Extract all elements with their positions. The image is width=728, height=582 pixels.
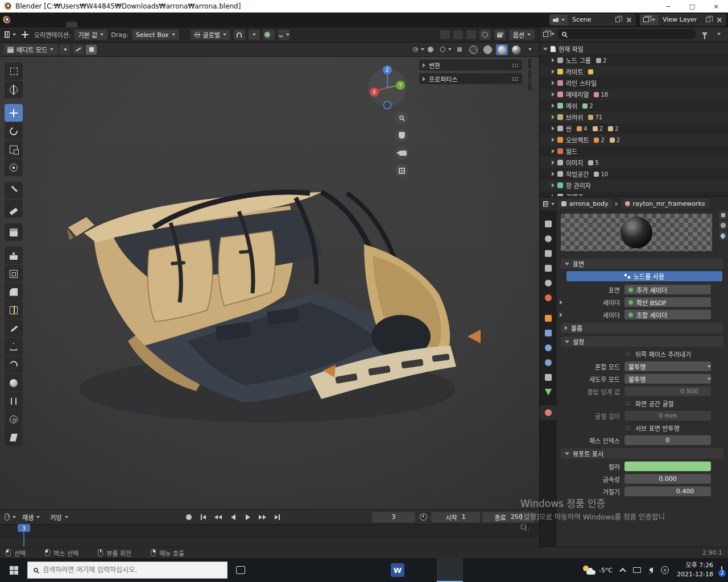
next-keyframe-button[interactable]: [257, 512, 269, 522]
surface-shader-dropdown[interactable]: 추가 세이더: [624, 285, 711, 294]
shader1-dropdown[interactable]: 확산 BSDF: [624, 297, 711, 307]
outliner-filter-icon[interactable]: [699, 29, 710, 39]
navigation-gizmo[interactable]: Z Y X: [367, 63, 408, 114]
properties-tab[interactable]: [540, 405, 557, 420]
expand-arrow-icon[interactable]: [552, 103, 555, 108]
workspace-tab[interactable]: [100, 22, 111, 27]
weather-widget[interactable]: -5°C: [583, 566, 613, 575]
workspace-tab[interactable]: [157, 22, 168, 27]
outliner-item[interactable]: 노드 그룹 2: [540, 55, 728, 66]
timeline-menu-dropdown[interactable]: 키잉: [46, 512, 72, 522]
collapse-arrow-icon[interactable]: [543, 48, 548, 51]
outliner-item[interactable]: 카메라: [540, 191, 728, 196]
taskbar-app[interactable]: [306, 558, 332, 582]
expand-arrow-icon[interactable]: [552, 172, 555, 176]
use-preview-range-icon[interactable]: [417, 512, 429, 522]
unlink-scene-button[interactable]: [623, 15, 635, 25]
orientation-dropdown[interactable]: 기본 값: [74, 30, 107, 40]
mirror-axis-toggle[interactable]: [440, 30, 450, 39]
viewport-pan-button[interactable]: [395, 128, 408, 142]
timeline-menu-dropdown[interactable]: 재생: [18, 512, 44, 522]
workspace-tab[interactable]: [123, 22, 134, 27]
jump-to-start-button[interactable]: [197, 512, 210, 522]
search-input[interactable]: [43, 566, 202, 574]
workspace-tab[interactable]: [89, 22, 100, 27]
outliner-item[interactable]: 매테리얼 18: [540, 89, 728, 100]
properties-tab[interactable]: [540, 290, 557, 305]
collapsed-panel[interactable]: 변환: [419, 60, 522, 70]
edge-select-button[interactable]: [73, 45, 84, 55]
scene-icon[interactable]: [550, 15, 568, 25]
properties-tab[interactable]: [540, 340, 557, 355]
properties-tab[interactable]: [540, 326, 557, 340]
proportional-falloff-dropdown[interactable]: [278, 30, 289, 40]
outliner-item[interactable]: 창 관리자: [540, 180, 728, 191]
task-view-button[interactable]: [228, 558, 254, 582]
roughness-slider[interactable]: 0.400: [624, 487, 711, 496]
properties-tab[interactable]: [540, 246, 557, 261]
settings-section-header[interactable]: 설정: [561, 336, 723, 347]
taskbar-app[interactable]: [332, 558, 358, 582]
frame-start-field[interactable]: 시작1: [431, 512, 480, 522]
workspace-tab[interactable]: [146, 22, 157, 27]
refraction-depth-field[interactable]: 0 mm: [624, 411, 711, 421]
tool-button[interactable]: [5, 265, 23, 282]
options-dropdown[interactable]: 옵션: [509, 30, 535, 40]
tool-button[interactable]: [5, 140, 23, 158]
sidebar-tab[interactable]: [528, 59, 531, 68]
overlays-dropdown[interactable]: [440, 44, 452, 55]
previous-keyframe-button[interactable]: [212, 512, 225, 522]
preview-resize-handle[interactable]: [561, 251, 723, 255]
outliner-item[interactable]: 월드: [540, 146, 728, 157]
expand-arrow-icon[interactable]: [552, 115, 555, 119]
current-frame-field[interactable]: 3: [372, 512, 415, 522]
volume-section-header[interactable]: 볼륨: [561, 323, 723, 333]
expand-arrow-icon[interactable]: [552, 92, 555, 97]
editor-type-icon[interactable]: [5, 30, 16, 40]
auto-keying-button[interactable]: [183, 512, 195, 522]
outliner-item[interactable]: 브러쉬 71: [540, 111, 728, 123]
car-model-3d[interactable]: [0, 57, 539, 509]
snap-settings-dropdown[interactable]: [249, 30, 260, 40]
screen-space-refraction-checkbox[interactable]: [624, 400, 631, 407]
shading-solid-button[interactable]: [482, 44, 494, 55]
start-button[interactable]: [0, 558, 27, 582]
tool-button[interactable]: [5, 338, 23, 355]
shader2-dropdown[interactable]: 조합 세이더: [624, 310, 711, 319]
workspace-tab[interactable]: [111, 22, 123, 27]
tool-button[interactable]: [5, 159, 23, 176]
tool-button[interactable]: [5, 283, 23, 301]
tool-button[interactable]: [5, 223, 23, 241]
shading-material-button[interactable]: [496, 44, 508, 55]
mirror-axis-toggle[interactable]: [466, 30, 476, 39]
tray-expand-icon[interactable]: [619, 568, 626, 574]
pass-index-field[interactable]: 0: [624, 435, 711, 445]
metallic-slider[interactable]: 0.000: [624, 474, 711, 484]
panel-grip-icon[interactable]: [512, 77, 519, 81]
sidebar-tab[interactable]: [528, 70, 531, 79]
minimize-button[interactable]: ─: [656, 0, 680, 13]
properties-tab[interactable]: [540, 261, 557, 276]
play-reverse-button[interactable]: [227, 512, 239, 522]
view-layer-name[interactable]: View Layer: [658, 16, 702, 23]
backface-culling-checkbox[interactable]: [624, 351, 631, 357]
taskbar-app[interactable]: [280, 558, 306, 582]
expand-arrow-icon[interactable]: [552, 183, 555, 188]
display-icon[interactable]: [633, 567, 641, 573]
close-button[interactable]: ×: [704, 0, 728, 13]
properties-tab[interactable]: [540, 370, 557, 385]
workspace-tab[interactable]: [77, 22, 89, 27]
outliner-item[interactable]: 라인 스타일: [540, 77, 728, 89]
outliner-item[interactable]: 오브젝트 2 2: [540, 134, 728, 146]
breadcrumb-material[interactable]: rayton_mr_frameworks: [621, 199, 709, 209]
drag-mode-dropdown[interactable]: Select Box: [132, 30, 179, 40]
face-select-button[interactable]: [86, 45, 97, 55]
mirror-axis-toggle[interactable]: [453, 30, 463, 39]
tool-button[interactable]: [5, 200, 23, 218]
expand-arrow-icon[interactable]: [560, 300, 562, 305]
expand-arrow-icon[interactable]: [552, 69, 555, 74]
properties-tab[interactable]: [540, 217, 557, 231]
clip-threshold-slider[interactable]: 0.500: [624, 386, 711, 396]
surface-section-header[interactable]: 표면: [561, 259, 723, 269]
outliner-item[interactable]: 이미지 5: [540, 157, 728, 168]
